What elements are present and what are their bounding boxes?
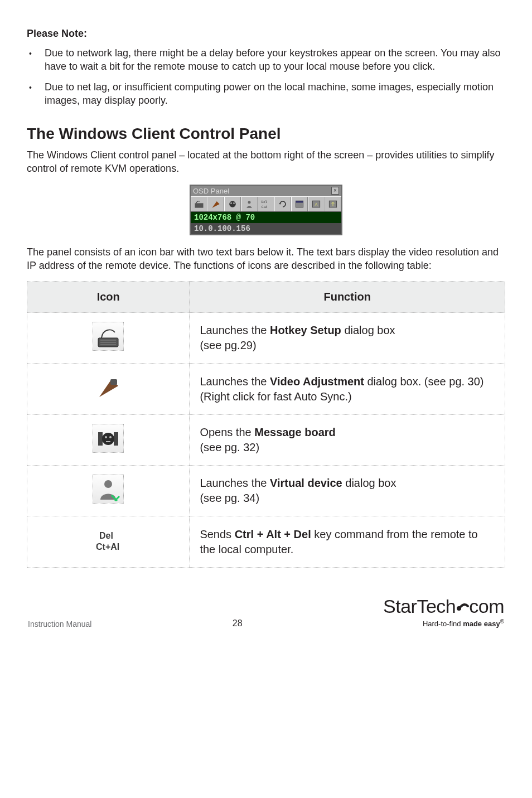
brand-tagline: Hard-to-find made easy® [383, 618, 504, 628]
icon-cell [27, 466, 190, 516]
svg-point-1 [229, 201, 236, 207]
svg-text:A: A [315, 202, 318, 207]
func-bold: Message board [254, 426, 336, 438]
func-post: dialog box [341, 324, 395, 336]
osd-resolution-text: 1024x768 @ 70 [191, 212, 341, 223]
osd-toolbar: DelC+A A [191, 196, 341, 212]
bullet-item: • Due to net lag, or insufficient comput… [29, 80, 505, 108]
panel3-icon [325, 197, 341, 211]
virtual-icon [241, 197, 258, 211]
footer-manual-label: Instruction Manual [28, 620, 91, 628]
svg-rect-18 [98, 432, 103, 446]
func-line2: (see pg. 32) [200, 441, 259, 453]
func-bold: Virtual device [270, 477, 342, 489]
svg-point-22 [109, 436, 112, 438]
osd-ip-text: 10.0.100.156 [191, 223, 341, 234]
message-icon [93, 424, 124, 453]
brand-part1: StarTech [383, 596, 456, 617]
video-icon [93, 373, 124, 402]
svg-point-4 [248, 201, 251, 204]
table-row: Opens the Message board (see pg. 32) [27, 415, 505, 466]
osd-title-text: OSD Panel [193, 187, 229, 195]
close-icon: × [331, 187, 339, 195]
message-icon [224, 197, 241, 211]
func-bold: Ctrl + Alt + Del [235, 528, 311, 540]
svg-rect-19 [114, 432, 118, 446]
hotkey-icon [93, 322, 124, 351]
svg-rect-8 [296, 201, 303, 202]
bullet-dot-icon: • [29, 46, 45, 74]
function-cell: Launches the Hotkey Setup dialog box (se… [190, 313, 505, 364]
icon-cell: DelCt+Al [27, 516, 190, 568]
function-cell: Sends Ctrl + Alt + Del key command from … [190, 516, 505, 568]
sync-icon [274, 197, 291, 211]
svg-text:Del: Del [99, 531, 113, 540]
footer-logo: StarTech com Hard-to-find made easy® [383, 596, 504, 628]
svg-text:Del: Del [262, 200, 268, 204]
svg-rect-17 [110, 379, 117, 385]
cad-icon: DelC+A [258, 197, 274, 211]
panel2-icon: A [308, 197, 325, 211]
svg-text:Ct+Al: Ct+Al [96, 542, 119, 552]
function-cell: Launches the Virtual device dialog box (… [190, 466, 505, 516]
function-table: Icon Function Launches the Hotkey Setup … [27, 281, 505, 568]
tag-pre: Hard-to-find [423, 620, 463, 628]
icon-cell [27, 364, 190, 415]
func-pre: Launches the [200, 375, 270, 388]
tag-bold: made easy [463, 620, 500, 628]
table-row: Launches the Virtual device dialog box (… [27, 466, 505, 516]
please-note-heading: Please Note: [27, 28, 505, 40]
table-row: Launches the Hotkey Setup dialog box (se… [27, 313, 505, 364]
svg-rect-23 [106, 441, 110, 442]
svg-text:C+A: C+A [262, 205, 268, 208]
osd-title-bar: OSD Panel × [191, 186, 341, 196]
func-line2: (see pg.29) [200, 339, 256, 351]
brand-part2: com [469, 596, 504, 617]
section-intro: The Windows Client control panel – locat… [27, 148, 505, 176]
section-heading: The Windows Client Control Panel [27, 125, 505, 143]
func-post: dialog box. (see pg. 30) [364, 375, 484, 388]
func-post: dialog box [342, 477, 396, 489]
svg-point-2 [230, 202, 232, 204]
svg-point-24 [104, 480, 112, 488]
bullet-text: Due to net lag, or insufficient computin… [45, 80, 505, 108]
func-bold: Video Adjustment [270, 375, 364, 388]
func-pre: Launches the [200, 477, 270, 489]
brand-name: StarTech com [383, 596, 504, 617]
registered-icon: ® [500, 618, 504, 625]
svg-rect-0 [195, 203, 204, 207]
svg-point-3 [233, 202, 235, 204]
osd-panel-window: OSD Panel × DelC+A A 1024x768 @ 70 10.0.… [190, 185, 342, 235]
func-line2: (Right click for fast Auto Sync.) [200, 390, 351, 403]
page-footer: Instruction Manual 28 StarTech com Hard-… [27, 596, 505, 628]
osd-panel-figure: OSD Panel × DelC+A A 1024x768 @ 70 10.0.… [27, 185, 505, 235]
table-row: Launches the Video Adjustment dialog box… [27, 364, 505, 415]
function-cell: Opens the Message board (see pg. 32) [190, 415, 505, 466]
func-pre: Sends [200, 528, 234, 540]
hotkey-icon [191, 197, 207, 211]
note-bullet-list: • Due to network lag, there might be a d… [27, 46, 505, 107]
table-header-icon: Icon [27, 282, 190, 313]
panel-icon [291, 197, 308, 211]
footer-page-number: 28 [233, 618, 243, 628]
bullet-text: Due to network lag, there might be a del… [45, 46, 505, 74]
cad-icon: DelCt+Al [93, 525, 124, 554]
svg-point-21 [105, 436, 107, 438]
table-row: DelCt+Al Sends Ctrl + Alt + Del key comm… [27, 516, 505, 568]
func-pre: Launches the [200, 324, 270, 336]
icon-cell [27, 313, 190, 364]
virtual-icon [93, 475, 124, 504]
svg-point-20 [102, 433, 114, 445]
bullet-dot-icon: • [29, 80, 45, 108]
brand-connector-icon [456, 596, 469, 617]
func-bold: Hotkey Setup [270, 324, 341, 336]
video-icon [207, 197, 224, 211]
table-header-function: Function [190, 282, 505, 313]
panel-description: The panel consists of an icon bar with t… [27, 245, 505, 273]
icon-cell [27, 415, 190, 466]
func-pre: Opens the [200, 426, 254, 438]
func-line2: (see pg. 34) [200, 492, 259, 504]
bullet-item: • Due to network lag, there might be a d… [29, 46, 505, 74]
function-cell: Launches the Video Adjustment dialog box… [190, 364, 505, 415]
